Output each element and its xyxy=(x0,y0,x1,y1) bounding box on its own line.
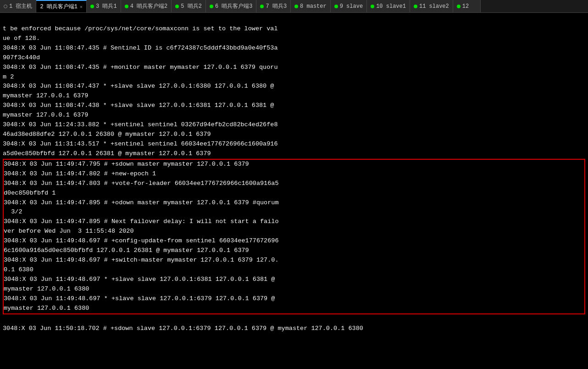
tab-12-label: 12 xyxy=(462,3,469,10)
tab-2[interactable]: 2 哨兵客户端1 ✕ xyxy=(36,0,87,12)
tab-5[interactable]: 5 哨兵2 xyxy=(172,0,206,12)
tab-1[interactable]: 1 宿主机 xyxy=(0,0,36,12)
tab-3-dot xyxy=(90,5,94,8)
tab-12-dot xyxy=(457,5,460,8)
tab-3-label: 3 哨兵1 xyxy=(96,2,117,10)
tab-11-label: 11 slave2 xyxy=(419,3,449,10)
terminal-pre-highlight: t be enforced because /proc/sys/net/core… xyxy=(3,25,278,157)
tab-8-label: 8 master xyxy=(300,3,327,10)
tab-3[interactable]: 3 哨兵1 xyxy=(87,0,121,12)
tab-2-close[interactable]: ✕ xyxy=(80,4,83,10)
tab-5-dot xyxy=(175,5,179,8)
tab-4[interactable]: 4 哨兵客户端2 xyxy=(121,0,172,12)
tab-1-dot xyxy=(4,5,7,8)
tab-12[interactable]: 12 xyxy=(453,0,481,12)
tab-4-dot xyxy=(125,5,128,8)
tab-9-dot xyxy=(334,5,338,8)
tab-1-label: 1 宿主机 xyxy=(9,2,32,10)
tab-9-label: 9 slave xyxy=(340,3,363,10)
terminal-highlighted: 3048:X 03 Jun 11:49:47.795 # +sdown mast… xyxy=(3,159,585,314)
tab-11[interactable]: 11 slave2 xyxy=(410,0,453,12)
tab-7-label: 7 哨兵3 xyxy=(266,2,287,10)
tab-10[interactable]: 10 slave1 xyxy=(367,0,410,12)
tab-4-label: 4 哨兵客户端2 xyxy=(130,2,168,10)
tab-6-label: 6 哨兵客户端3 xyxy=(215,2,253,10)
tab-6[interactable]: 6 哨兵客户端3 xyxy=(206,0,257,12)
terminal-output: t be enforced because /proc/sys/net/core… xyxy=(0,13,588,335)
tab-8[interactable]: 8 master xyxy=(291,0,331,12)
tab-2-label: 2 哨兵客户端1 xyxy=(40,3,78,11)
tab-10-label: 10 slave1 xyxy=(376,3,406,10)
tab-11-dot xyxy=(414,5,417,8)
tab-bar: 1 宿主机 2 哨兵客户端1 ✕ 3 哨兵1 4 哨兵客户端2 5 哨兵2 6 … xyxy=(0,0,588,13)
tab-7-dot xyxy=(260,5,264,8)
tab-10-dot xyxy=(371,5,374,8)
tab-7[interactable]: 7 哨兵3 xyxy=(256,0,291,12)
tab-8-dot xyxy=(294,5,298,8)
tab-5-label: 5 哨兵2 xyxy=(181,2,202,10)
terminal-post-highlight: 3048:X 03 Jun 11:50:18.702 # +sdown slav… xyxy=(3,325,363,332)
tab-6-dot xyxy=(210,5,213,8)
tab-9[interactable]: 9 slave xyxy=(331,0,367,12)
